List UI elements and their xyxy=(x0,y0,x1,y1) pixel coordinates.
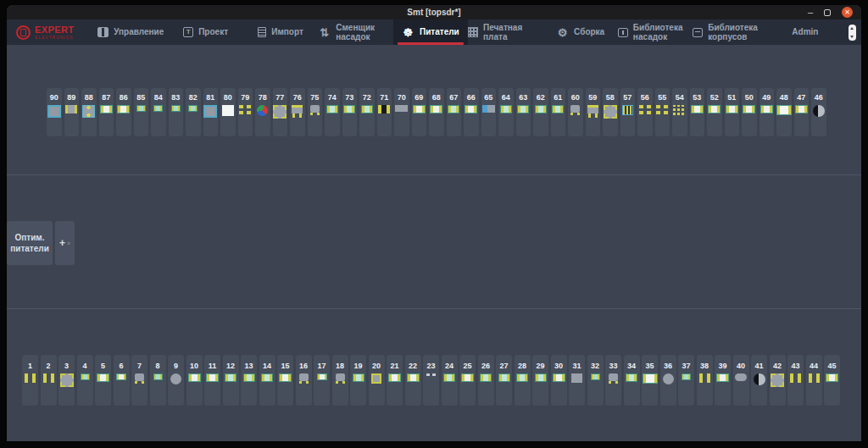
feeder-slot-46[interactable]: 46 xyxy=(811,88,826,136)
menu-item-project[interactable]: Проект xyxy=(168,19,242,45)
menu-item-import[interactable]: Импорт xyxy=(243,19,318,45)
feeder-slot-18[interactable]: 18 xyxy=(332,355,348,406)
feeder-slot-51[interactable]: 51 xyxy=(725,88,740,136)
feeder-slot-52[interactable]: 52 xyxy=(707,88,722,136)
feeder-slot-29[interactable]: 29 xyxy=(532,355,548,406)
feeder-slot-88[interactable]: 88 xyxy=(81,88,97,136)
minimize-button[interactable]: – xyxy=(808,8,813,17)
feeder-slot-64[interactable]: 64 xyxy=(498,88,514,136)
menu-item-pcb[interactable]: Печатная плата xyxy=(468,19,542,45)
feeder-slot-72[interactable]: 72 xyxy=(359,88,375,136)
feeder-slot-21[interactable]: 21 xyxy=(387,355,403,406)
menu-scroll-pill[interactable] xyxy=(849,25,856,41)
feeder-slot-39[interactable]: 39 xyxy=(715,355,731,406)
feeder-slot-84[interactable]: 84 xyxy=(151,88,166,136)
feeder-slot-80[interactable]: 80 xyxy=(220,88,236,136)
feeder-slot-23[interactable]: 23 xyxy=(423,355,439,406)
menu-item-management[interactable]: Управление xyxy=(93,19,168,45)
menu-item-admin[interactable]: Admin xyxy=(768,19,843,45)
feeder-slot-75[interactable]: 75 xyxy=(308,88,323,136)
feeder-slot-89[interactable]: 89 xyxy=(64,88,80,136)
maximize-button[interactable] xyxy=(824,9,831,16)
feeder-slot-33[interactable]: 33 xyxy=(605,355,621,406)
feeder-slot-10[interactable]: 10 xyxy=(186,355,203,406)
feeder-slot-86[interactable]: 86 xyxy=(116,88,131,136)
feeder-slot-58[interactable]: 58 xyxy=(603,88,618,136)
feeder-slot-34[interactable]: 34 xyxy=(624,355,640,406)
menu-scroll-spinner[interactable] xyxy=(843,19,861,45)
feeder-slot-16[interactable]: 16 xyxy=(296,355,312,406)
menu-item-feeders[interactable]: ☸Питатели xyxy=(393,19,468,45)
menu-item-package-library[interactable]: Библиотека корпусов xyxy=(693,19,767,45)
feeder-slot-8[interactable]: 8 xyxy=(150,355,166,406)
feeder-slot-78[interactable]: 78 xyxy=(255,88,270,136)
feeder-slot-9[interactable]: 9 xyxy=(168,355,184,406)
feeder-slot-1[interactable]: 1 xyxy=(22,355,38,406)
feeder-slot-79[interactable]: 79 xyxy=(238,88,253,136)
feeder-slot-12[interactable]: 12 xyxy=(223,355,239,406)
feeder-slot-83[interactable]: 83 xyxy=(169,88,184,136)
feeder-slot-60[interactable]: 60 xyxy=(568,88,583,136)
feeder-slot-70[interactable]: 70 xyxy=(394,88,409,136)
feeder-slot-35[interactable]: 35 xyxy=(642,355,658,406)
feeder-slot-56[interactable]: 56 xyxy=(637,88,653,136)
feeder-slot-2[interactable]: 2 xyxy=(41,355,57,406)
feeder-slot-36[interactable]: 36 xyxy=(660,355,676,406)
close-button[interactable]: ✕ xyxy=(842,7,853,18)
feeder-slot-13[interactable]: 13 xyxy=(241,355,257,406)
feeder-slot-20[interactable]: 20 xyxy=(369,355,385,406)
feeder-slot-44[interactable]: 44 xyxy=(806,355,822,406)
feeder-slot-81[interactable]: 81 xyxy=(203,88,219,136)
feeder-slot-22[interactable]: 22 xyxy=(405,355,421,406)
feeder-slot-61[interactable]: 61 xyxy=(551,88,566,136)
feeder-slot-87[interactable]: 87 xyxy=(99,88,114,136)
feeder-slot-42[interactable]: 42 xyxy=(770,355,786,406)
feeder-slot-66[interactable]: 66 xyxy=(464,88,479,136)
feeder-slot-25[interactable]: 25 xyxy=(459,355,476,406)
feeder-slot-3[interactable]: 3 xyxy=(58,355,75,406)
feeder-slot-54[interactable]: 54 xyxy=(672,88,687,136)
feeder-slot-69[interactable]: 69 xyxy=(412,88,427,136)
feeder-slot-63[interactable]: 63 xyxy=(516,88,531,136)
feeder-slot-53[interactable]: 53 xyxy=(690,88,705,136)
feeder-slot-31[interactable]: 31 xyxy=(569,355,585,406)
menu-item-nozzle-library[interactable]: Библиотека насадок xyxy=(618,19,693,45)
feeder-slot-90[interactable]: 90 xyxy=(47,88,62,136)
menu-item-nozzle-changer[interactable]: ⇅Сменщик насадок xyxy=(318,19,392,45)
feeder-slot-28[interactable]: 28 xyxy=(515,355,531,406)
menu-item-assembly[interactable]: ⚙Сборка xyxy=(542,19,617,45)
add-feeder-button[interactable]: + ˅ xyxy=(55,221,75,265)
feeder-slot-67[interactable]: 67 xyxy=(447,88,462,136)
feeder-slot-43[interactable]: 43 xyxy=(787,355,804,406)
feeder-slot-5[interactable]: 5 xyxy=(95,355,111,406)
feeder-slot-14[interactable]: 14 xyxy=(259,355,275,406)
feeder-slot-65[interactable]: 65 xyxy=(481,88,497,136)
feeder-slot-68[interactable]: 68 xyxy=(429,88,444,136)
feeder-slot-48[interactable]: 48 xyxy=(776,88,792,136)
feeder-slot-15[interactable]: 15 xyxy=(277,355,293,406)
feeder-slot-17[interactable]: 17 xyxy=(314,355,330,406)
feeder-slot-45[interactable]: 45 xyxy=(824,355,840,406)
feeder-slot-26[interactable]: 26 xyxy=(478,355,494,406)
feeder-slot-19[interactable]: 19 xyxy=(350,355,366,406)
feeder-slot-27[interactable]: 27 xyxy=(496,355,512,406)
feeder-slot-47[interactable]: 47 xyxy=(794,88,810,136)
feeder-slot-30[interactable]: 30 xyxy=(551,355,567,406)
feeder-slot-32[interactable]: 32 xyxy=(587,355,604,406)
feeder-slot-40[interactable]: 40 xyxy=(733,355,749,406)
feeder-slot-74[interactable]: 74 xyxy=(325,88,340,136)
feeder-slot-24[interactable]: 24 xyxy=(442,355,458,406)
feeder-slot-85[interactable]: 85 xyxy=(134,88,149,136)
feeder-slot-6[interactable]: 6 xyxy=(114,355,130,406)
optimize-feeders-button[interactable]: Оптим. питатели xyxy=(7,221,53,265)
feeder-slot-37[interactable]: 37 xyxy=(678,355,694,406)
feeder-slot-4[interactable]: 4 xyxy=(77,355,93,406)
feeder-slot-55[interactable]: 55 xyxy=(655,88,670,136)
feeder-slot-82[interactable]: 82 xyxy=(186,88,201,136)
feeder-slot-71[interactable]: 71 xyxy=(377,88,392,136)
feeder-slot-41[interactable]: 41 xyxy=(751,355,767,406)
feeder-slot-38[interactable]: 38 xyxy=(697,355,713,406)
feeder-slot-57[interactable]: 57 xyxy=(620,88,636,136)
feeder-slot-50[interactable]: 50 xyxy=(742,88,757,136)
feeder-slot-7[interactable]: 7 xyxy=(131,355,147,406)
